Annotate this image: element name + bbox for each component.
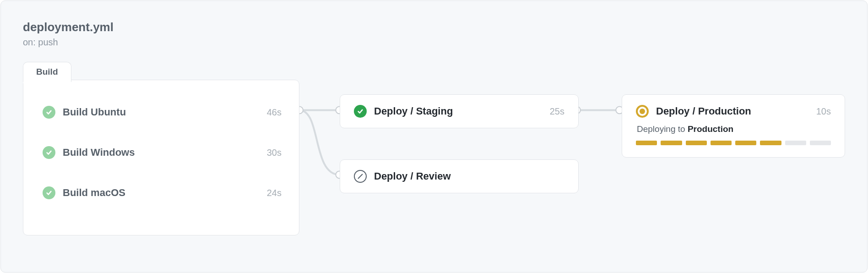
- workflow-title: deployment.yml: [23, 20, 114, 34]
- progress-segment: [636, 141, 657, 145]
- progress-segment: [661, 141, 682, 145]
- progress-segment: [785, 141, 806, 145]
- build-group[interactable]: Build Build Ubuntu 46s Build Windows 30s…: [23, 80, 299, 235]
- progress-bar: [636, 141, 831, 145]
- stage-duration: 10s: [816, 106, 831, 117]
- job-row[interactable]: Build macOS 24s: [43, 184, 282, 202]
- stage-staging[interactable]: Deploy / Staging 25s: [340, 94, 579, 128]
- job-duration: 46s: [267, 107, 282, 118]
- job-name: Build Windows: [63, 147, 267, 158]
- progress-segment: [686, 141, 707, 145]
- job-name: Build macOS: [63, 187, 267, 199]
- check-icon: [43, 146, 55, 159]
- running-icon: [636, 105, 649, 118]
- progress-segment: [760, 141, 781, 145]
- stage-status-text: Deploying to Production: [637, 124, 831, 134]
- progress-segment: [711, 141, 732, 145]
- job-row[interactable]: Build Ubuntu 46s: [43, 103, 282, 121]
- stage-title: Deploy / Production: [656, 105, 816, 117]
- status-prefix: Deploying to: [637, 124, 688, 134]
- workflow-canvas: deployment.yml on: push Build Build Ubun…: [0, 0, 868, 273]
- check-icon: [43, 186, 55, 199]
- progress-segment: [810, 141, 831, 145]
- tab-build-label: Build: [36, 67, 58, 76]
- workflow-header: deployment.yml on: push: [23, 20, 114, 48]
- check-icon: [354, 105, 367, 118]
- stage-title: Deploy / Review: [374, 170, 564, 182]
- stage-review[interactable]: Deploy / Review: [340, 159, 579, 193]
- stage-title: Deploy / Staging: [374, 105, 550, 117]
- stage-production[interactable]: Deploy / Production 10s Deploying to Pro…: [622, 94, 845, 158]
- skip-icon: [354, 170, 367, 183]
- job-row[interactable]: Build Windows 30s: [43, 143, 282, 162]
- stage-duration: 25s: [550, 106, 564, 117]
- workflow-trigger: on: push: [23, 37, 114, 48]
- progress-segment: [735, 141, 756, 145]
- tab-build[interactable]: Build: [23, 62, 71, 82]
- check-icon: [43, 106, 55, 119]
- job-duration: 24s: [267, 188, 282, 198]
- status-target: Production: [688, 124, 733, 134]
- job-name: Build Ubuntu: [63, 106, 267, 118]
- job-duration: 30s: [267, 147, 282, 158]
